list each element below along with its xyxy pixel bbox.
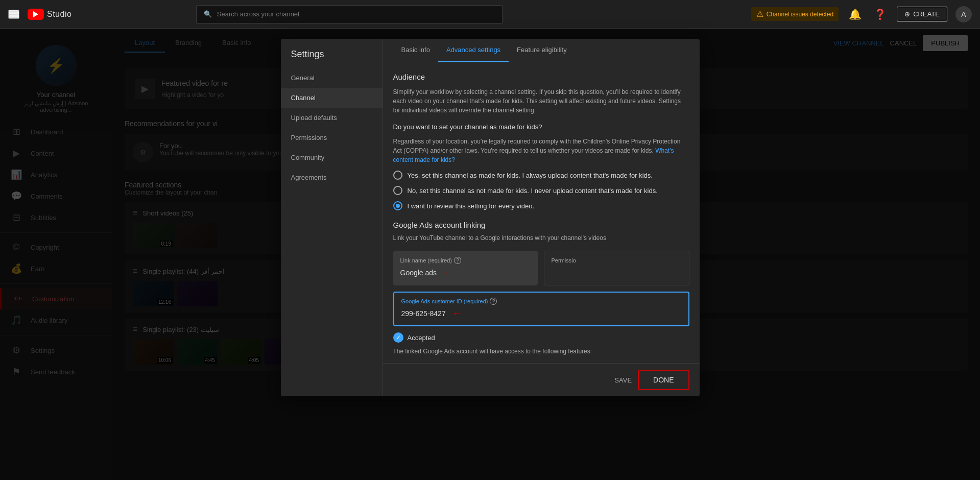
help-button[interactable]: ❓ (872, 6, 889, 22)
google-ads-title: Google Ads account linking (393, 221, 689, 229)
settings-nav-upload-defaults[interactable]: Upload defaults (281, 108, 383, 128)
settings-nav-community[interactable]: Community (281, 148, 383, 167)
create-button[interactable]: ⊕ CREATE (897, 7, 947, 21)
settings-main: Basic info Advanced settings Feature eli… (383, 39, 700, 396)
link-name-value: Google ads (400, 269, 437, 277)
warning-text: Channel issues detected (767, 11, 833, 18)
settings-nav-permissions[interactable]: Permissions (281, 128, 383, 148)
radio-no-kids[interactable]: No, set this channel as not made for kid… (393, 186, 689, 195)
search-input[interactable] (217, 10, 495, 18)
settings-nav-general[interactable]: General (281, 68, 383, 88)
settings-footer: SAVE DONE (383, 363, 700, 396)
settings-nav-channel[interactable]: Channel (281, 88, 383, 108)
settings-tab-basic-info[interactable]: Basic info (393, 39, 438, 62)
settings-tab-feature-eligibility[interactable]: Feature eligibility (509, 39, 575, 62)
settings-tab-advanced-settings[interactable]: Advanced settings (438, 39, 509, 62)
customer-id-box: Google Ads customer ID (required) ? 299-… (393, 292, 689, 326)
studio-label: Studio (47, 10, 71, 19)
notifications-button[interactable]: 🔔 (847, 6, 864, 22)
link-name-label: Link name (required) ? (400, 257, 531, 264)
customer-id-label: Google Ads customer ID (required) ? (401, 298, 681, 305)
menu-button[interactable] (8, 10, 19, 19)
audience-question: Do you want to set your channel as made … (393, 123, 689, 131)
save-button[interactable]: SAVE (614, 376, 632, 384)
warning-icon: ⚠ (756, 9, 763, 19)
create-label: CREATE (913, 10, 940, 18)
audience-options: Yes, set this channel as made for kids. … (393, 171, 689, 210)
audience-title: Audience (393, 73, 689, 81)
radio-label-no: No, set this channel as not made for kid… (408, 187, 658, 195)
radio-circle-no (393, 186, 402, 195)
red-arrow-icon: ← (443, 266, 454, 279)
settings-modal: Settings General Channel Upload defaults… (281, 39, 700, 396)
settings-sidebar: Settings General Channel Upload defaults… (281, 39, 383, 396)
search-icon: 🔍 (204, 10, 212, 18)
link-name-help-icon[interactable]: ? (454, 257, 461, 264)
permission-field: Permissio (544, 251, 689, 285)
radio-circle-review (393, 201, 402, 210)
radio-review[interactable]: I want to review this setting for every … (393, 201, 689, 210)
link-name-value-row: Google ads ← (400, 266, 531, 279)
red-arrow-icon-2: ← (452, 307, 463, 320)
accepted-text: Accepted (408, 334, 435, 342)
customer-id-help-icon[interactable]: ? (490, 298, 497, 305)
radio-label-yes: Yes, set this channel as made for kids. … (408, 172, 653, 179)
customer-id-value-row: 299-625-8427 ← (401, 307, 681, 320)
modal-overlay: Settings General Channel Upload defaults… (0, 29, 980, 480)
done-button[interactable]: DONE (638, 370, 689, 390)
avatar[interactable]: A (955, 6, 972, 22)
audience-desc: Simplify your workflow by selecting a ch… (393, 87, 689, 115)
radio-label-review: I want to review this setting for every … (408, 202, 535, 210)
radio-circle-yes (393, 171, 402, 180)
youtube-logo: Studio (28, 9, 71, 20)
radio-yes-kids[interactable]: Yes, set this channel as made for kids. … (393, 171, 689, 180)
google-ads-desc: Link your YouTube channel to a Google in… (393, 233, 689, 243)
check-circle: ✓ (393, 332, 403, 343)
settings-nav-agreements[interactable]: Agreements (281, 167, 383, 187)
settings-content: Audience Simplify your workflow by selec… (383, 62, 700, 363)
permission-label: Permissio (552, 257, 682, 263)
create-icon: ⊕ (904, 10, 910, 18)
header-left: Studio (8, 9, 71, 20)
features-text: The linked Google Ads account will have … (393, 347, 689, 356)
settings-tabs: Basic info Advanced settings Feature eli… (383, 39, 700, 62)
top-header: Studio 🔍 ⚠ Channel issues detected 🔔 ❓ ⊕… (0, 0, 980, 29)
youtube-icon (28, 9, 44, 20)
customer-id-value: 299-625-8427 (401, 309, 446, 318)
settings-title: Settings (281, 39, 383, 68)
legal-desc: Regardless of your location, you're lega… (393, 137, 689, 164)
header-right: ⚠ Channel issues detected 🔔 ❓ ⊕ CREATE A (751, 6, 972, 22)
warning-badge[interactable]: ⚠ Channel issues detected (751, 7, 839, 21)
search-bar[interactable]: 🔍 (196, 5, 503, 23)
link-name-field: Link name (required) ? Google ads ← (393, 251, 538, 285)
accepted-row: ✓ Accepted (393, 332, 689, 343)
